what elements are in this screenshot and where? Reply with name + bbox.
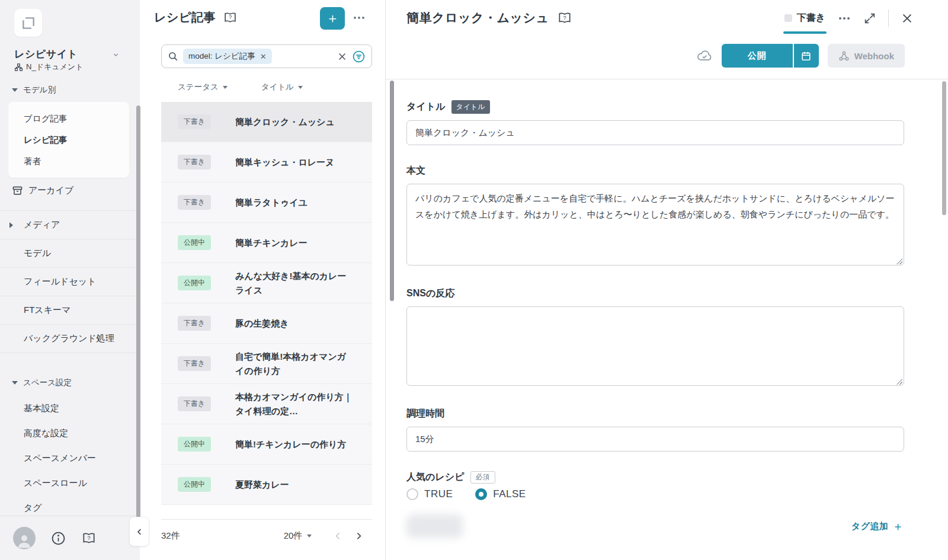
model-list-card: ブログ記事 レシピ記事 著者	[8, 102, 129, 178]
chevron-down-icon	[307, 535, 312, 537]
space-item-label: スペースロール	[24, 478, 87, 488]
radio-unchecked-icon	[406, 488, 418, 500]
sidebar-model-item[interactable]: ブログ記事	[8, 108, 129, 129]
document-row[interactable]: 下書き 簡単ラタトゥイユ	[161, 183, 372, 223]
sidebar-nav-item[interactable]: FTスキーマ	[0, 296, 140, 325]
document-row[interactable]: 下書き 本格カオマンガイの作り方｜タイ料理の定…	[161, 384, 372, 424]
sidebar-space-item[interactable]: スペースロール	[24, 471, 136, 495]
nav-item-label: バックグラウンド処理	[24, 333, 114, 344]
chevron-left-icon	[135, 527, 144, 536]
sidebar-space-item[interactable]: 高度な設定	[24, 421, 136, 446]
sidebar-nav: メディア モデル フィールドセット FTスキーマ	[0, 211, 140, 353]
popular-field-label: 人気のレシピ	[406, 471, 465, 484]
space-name: レシピサイト	[14, 49, 78, 60]
sidebar-space-item[interactable]: 基本設定	[24, 396, 136, 421]
space-selector[interactable]: レシピサイト	[14, 47, 130, 61]
page-size-value: 20件	[284, 530, 303, 542]
nav-item-label: モデル	[24, 248, 51, 259]
list-more-button[interactable]	[352, 11, 366, 25]
editor-more-button[interactable]	[837, 11, 851, 25]
close-panel-button[interactable]	[901, 12, 914, 25]
close-icon	[901, 12, 914, 25]
editor-bottom-row: タグ追加 ＋	[406, 514, 904, 538]
add-tag-button[interactable]: タグ追加 ＋	[851, 519, 904, 535]
status-badge: 下書き	[178, 356, 211, 371]
help-button[interactable]: ?	[81, 530, 97, 546]
sidebar-nav-item[interactable]: モデル	[0, 239, 140, 268]
calendar-icon	[800, 50, 812, 62]
tab-draft[interactable]: 下書き	[784, 12, 825, 25]
webhook-label: Webhook	[854, 51, 894, 61]
sidebar-model-item[interactable]: レシピ記事	[8, 129, 129, 151]
person-icon	[15, 532, 33, 549]
sidebar-collapse-button[interactable]	[129, 517, 149, 546]
status-badge: 下書き	[178, 316, 211, 331]
sidebar-scrollbar[interactable]	[136, 105, 140, 521]
document-row[interactable]: 下書き 簡単キッシュ・ロレーヌ	[161, 142, 372, 183]
title-field-label: タイトル	[406, 101, 446, 113]
list-title: レシピ記事	[154, 9, 216, 25]
add-document-button[interactable]: ＋	[320, 7, 345, 30]
space-settings-label: スペース設定	[23, 377, 72, 388]
chip-label: model: レシピ記事	[188, 51, 255, 62]
document-form: タイトル タイトル 本文 パリのカフェで人気の定番メニューを自宅で手軽に。ハムと…	[386, 79, 948, 560]
sidebar-model-item[interactable]: 著者	[8, 151, 129, 172]
search-filter-chip[interactable]: model: レシピ記事 ✕	[183, 49, 272, 64]
models-section-toggle[interactable]: モデル別	[12, 85, 56, 95]
document-title: 本格カオマンガイの作り方｜タイ料理の定…	[235, 390, 354, 418]
document-row[interactable]: 下書き 豚の生姜焼き	[161, 303, 372, 344]
document-row[interactable]: 公開中 みんな大好き!基本のカレーライス	[161, 263, 372, 303]
schedule-publish-button[interactable]	[793, 44, 819, 68]
total-count: 32件	[161, 530, 180, 542]
next-page-button[interactable]	[354, 531, 364, 541]
document-list: 下書き 簡単クロック・ムッシュ 下書き 簡単キッシュ・ロレーヌ 下書き 簡単ラタ…	[161, 102, 372, 505]
sidebar-space-item[interactable]: スペースメンバー	[24, 446, 136, 471]
cook-time-input[interactable]	[406, 427, 904, 452]
editor-header: 簡単クロック・ムッシュ ?	[406, 9, 572, 26]
field-sns: SNSの反応	[406, 287, 904, 388]
frame-logo-icon	[21, 15, 36, 31]
document-title: 簡単クロック・ムッシュ	[235, 115, 354, 129]
user-avatar[interactable]	[13, 527, 36, 549]
document-row[interactable]: 公開中 簡単!チキンカレーの作り方	[161, 424, 372, 465]
filter-button[interactable]	[352, 50, 366, 63]
help-book-icon[interactable]: ?	[557, 10, 572, 25]
sidebar: レシピサイト N_ドキュメント モデル別 ブログ記事 レ	[0, 0, 140, 560]
sns-textarea[interactable]	[406, 306, 904, 386]
webhook-icon	[838, 50, 850, 62]
sidebar-nav-item[interactable]: フィールドセット	[0, 268, 140, 296]
document-row[interactable]: 下書き 自宅で簡単!本格カオマンガイの作り方	[161, 344, 372, 384]
app-logo[interactable]	[14, 9, 42, 37]
sidebar-item-archive[interactable]: アーカイブ	[12, 185, 73, 196]
search-clear-button[interactable]	[337, 52, 347, 62]
sort-title-column[interactable]: タイトル	[261, 82, 303, 92]
sidebar-nav-item[interactable]: メディア	[0, 211, 140, 239]
title-input[interactable]	[406, 120, 904, 145]
document-row[interactable]: 公開中 簡単チキンカレー	[161, 223, 372, 263]
prev-page-button[interactable]	[333, 531, 343, 541]
page-size-dropdown[interactable]: 20件	[284, 530, 312, 542]
sort-icon	[298, 86, 303, 89]
space-settings-toggle[interactable]: スペース設定	[12, 377, 72, 388]
required-badge: 必須	[470, 471, 495, 484]
body-textarea[interactable]: パリのカフェで人気の定番メニューを自宅で手軽に。ハムとチーズを挟んだホットサンド…	[406, 184, 904, 265]
expand-button[interactable]	[863, 12, 876, 25]
publish-button[interactable]: 公開	[722, 44, 793, 68]
search-input[interactable]: model: レシピ記事 ✕	[161, 44, 372, 68]
chevron-right-icon	[9, 222, 13, 228]
radio-false[interactable]: FALSE	[475, 488, 526, 500]
info-button[interactable]	[51, 531, 66, 546]
status-badge: 下書き	[178, 396, 211, 411]
status-column-label: ステータス	[178, 82, 219, 92]
help-book-icon[interactable]: ?	[223, 10, 238, 25]
chip-remove-icon[interactable]: ✕	[260, 52, 267, 61]
document-title: 簡単キッシュ・ロレーヌ	[235, 155, 354, 169]
sort-status-column[interactable]: ステータス	[178, 82, 228, 92]
radio-true[interactable]: TRUE	[406, 488, 453, 500]
document-row[interactable]: 公開中 夏野菜カレー	[161, 465, 372, 505]
sidebar-nav-item[interactable]: バックグラウンド処理	[0, 325, 140, 353]
document-row[interactable]: 下書き 簡単クロック・ムッシュ	[161, 102, 372, 142]
divider	[888, 9, 889, 27]
models-section-label: モデル別	[23, 85, 56, 95]
webhook-button[interactable]: Webhook	[828, 44, 905, 68]
